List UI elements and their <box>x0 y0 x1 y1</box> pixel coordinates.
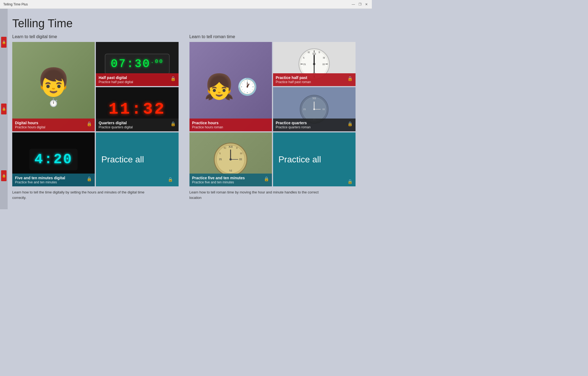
svg-text:III: III <box>323 63 325 66</box>
tile-caption-practice-five-ten: Practice five and ten minutes Practice f… <box>189 174 272 186</box>
roman-section-label: Learn to tell roman time <box>189 34 356 39</box>
tile-subtitle-practice-half-past: Practice half past roman <box>276 80 311 84</box>
digital-clock-box: 4:20 <box>29 149 78 170</box>
tile-caption-half-past: Half past digital Practice half past dig… <box>96 73 178 86</box>
lock-icon-practice-all-roman: 🔒 <box>347 179 353 184</box>
roman-description: Learn how to tell roman time by moving t… <box>189 190 331 200</box>
close-button[interactable]: ✕ <box>364 2 369 7</box>
practice-all-roman-label: Practice all <box>278 154 321 165</box>
practice-all-roman-bg: Practice all 🔒 <box>273 132 356 186</box>
tile-digital-hours[interactable]: 👦 ⏱️ Digital hours Practice hours digita… <box>12 42 95 131</box>
lock-icon-half-past: 🔒 <box>170 76 176 81</box>
columns-wrapper: Learn to tell digital time 👦 ⏱️ Digital … <box>12 34 356 200</box>
tile-subtitle-practice-five-ten: Practice five and ten minutes <box>192 180 245 184</box>
tile-practice-half-past[interactable]: XII III VI IX II III XI X <box>273 42 356 86</box>
lock-icon-practice-all-digital: 🔒 <box>168 177 173 182</box>
tile-practice-all-digital[interactable]: Practice all 🔒 <box>96 132 178 186</box>
lock-icon-five-ten: 🔒 <box>87 176 92 181</box>
boy-icon: 👦 <box>36 66 71 98</box>
left-strip-lock-2: 🔒 <box>1 104 7 114</box>
lock-icon-practice-half-past: 🔒 <box>347 76 353 81</box>
window-controls: — ❐ ✕ <box>351 2 369 7</box>
roman-grid: 👧 🕐 Practice hours Practice hours roman <box>189 42 356 186</box>
tile-practice-quarters[interactable]: XII III VI IX Practice quarters <box>273 87 356 131</box>
tile-practice-five-ten[interactable]: XII III VI IX II III XI X <box>189 132 272 186</box>
tile-title-quarters: Quarters digital <box>99 121 133 125</box>
svg-text:VI: VI <box>229 169 232 172</box>
svg-text:IX: IX <box>304 63 306 66</box>
tile-caption-practice-hours: Practice hours Practice hours roman <box>189 119 272 131</box>
colorful-clock-svg: XII III VI IX II III XI X <box>213 142 248 177</box>
tile-title-practice-quarters: Practice quarters <box>276 121 311 125</box>
tile-half-past-digital[interactable]: 07:30.00 Half past digital Practice half… <box>96 42 178 86</box>
left-strip-lock-1: 🔒 <box>1 37 7 48</box>
svg-text:IX: IX <box>304 108 306 111</box>
svg-text:II: II <box>236 147 238 149</box>
tile-title-practice-five-ten: Practice five and ten minutes <box>192 176 245 180</box>
digital-description: Learn how to tell the time digitally by … <box>12 190 154 200</box>
kids-icon: 👧 <box>204 72 234 101</box>
app-title-bar: Telling Time Plus <box>3 2 28 6</box>
digital-watch-icon: ⏱️ <box>49 98 58 107</box>
svg-point-16 <box>313 63 315 65</box>
tile-title-practice-half-past: Practice half past <box>276 75 311 80</box>
five-ten-time-display: 4:20 <box>34 151 73 168</box>
svg-text:III: III <box>323 57 325 59</box>
lock-icon-quarters: 🔒 <box>170 121 176 126</box>
svg-point-38 <box>229 158 232 160</box>
titlebar: Telling Time Plus — ❐ ✕ <box>0 0 372 9</box>
tile-caption-five-ten: Five and ten minutes digital Practice fi… <box>12 174 95 186</box>
tile-practice-all-roman[interactable]: Practice all 🔒 <box>273 132 356 186</box>
alarm-time-display: 07:30.00 <box>111 57 164 71</box>
tile-caption-practice-quarters: Practice quarters Practice quarters roma… <box>273 119 356 131</box>
svg-text:XI: XI <box>308 51 310 54</box>
svg-text:XII: XII <box>312 97 316 100</box>
tile-subtitle-practice-quarters: Practice quarters roman <box>276 125 311 129</box>
svg-text:XI: XI <box>223 147 226 149</box>
tile-caption-practice-half-past: Practice half past Practice half past ro… <box>273 73 356 86</box>
tile-practice-hours[interactable]: 👧 🕐 Practice hours Practice hours roman <box>189 42 272 131</box>
alarm-clock: 07:30.00 <box>105 54 170 74</box>
quarters-time-display: 11:32 <box>109 100 166 119</box>
svg-text:III: III <box>323 108 325 111</box>
digital-column: Learn to tell digital time 👦 ⏱️ Digital … <box>12 34 179 200</box>
svg-text:III: III <box>240 152 243 155</box>
kids-image: 👧 🕐 <box>189 42 272 131</box>
svg-text:IX: IX <box>219 158 222 161</box>
roman-column: Learn to tell roman time 👧 🕐 Practice ho… <box>189 34 356 200</box>
svg-text:XII: XII <box>228 145 233 148</box>
practice-all-digital-bg: Practice all <box>96 132 178 186</box>
tile-quarters-digital[interactable]: 11:32 Quarters digital Practice quarters… <box>96 87 178 131</box>
tile-caption-digital-hours: Digital hours Practice hours digital 🔒 <box>12 119 95 131</box>
maximize-button[interactable]: ❐ <box>358 2 362 7</box>
practice-all-digital-label: Practice all <box>101 154 144 165</box>
digital-grid: 👦 ⏱️ Digital hours Practice hours digita… <box>12 42 179 186</box>
minimize-button[interactable]: — <box>351 2 356 7</box>
svg-text:X: X <box>219 152 221 155</box>
left-strip-lock-3: 🔒 <box>1 170 7 181</box>
svg-text:III: III <box>239 158 242 161</box>
lock-icon-practice-five-ten: 🔒 <box>264 176 269 181</box>
boy-image: 👦 ⏱️ <box>12 42 95 131</box>
tile-subtitle-five-ten: Practice five and ten minutes <box>15 180 65 184</box>
tile-caption-quarters: Quarters digital Practice quarters digit… <box>96 119 178 131</box>
tile-five-ten-digital[interactable]: 4:20 Five and ten minutes digital Practi… <box>12 132 95 186</box>
tile-title-practice-hours: Practice hours <box>192 121 223 125</box>
lock-icon-practice-quarters: 🔒 <box>347 121 353 126</box>
page-title: Telling Time <box>12 17 356 30</box>
tile-subtitle-half-past: Practice half past digital <box>99 80 133 84</box>
lock-icon-digital-hours: 🔒 <box>87 121 92 126</box>
digital-section-label: Learn to tell digital time <box>12 34 179 39</box>
main-content: Telling Time Learn to tell digital time … <box>0 9 372 209</box>
svg-point-25 <box>313 108 315 110</box>
tile-title-five-ten: Five and ten minutes digital <box>15 176 65 180</box>
tile-title-digital-hours: Digital hours <box>15 121 45 125</box>
clock-icon-kids: 🕐 <box>237 77 258 96</box>
tile-subtitle-digital-hours: Practice hours digital <box>15 125 45 129</box>
tile-subtitle-practice-hours: Practice hours roman <box>192 125 223 129</box>
tile-title-half-past: Half past digital <box>99 75 133 80</box>
svg-text:X: X <box>303 57 305 59</box>
svg-text:II: II <box>319 51 320 54</box>
left-strip: 🔒 🔒 🔒 <box>0 9 8 209</box>
tile-subtitle-quarters: Practice quarters digital <box>99 125 133 129</box>
